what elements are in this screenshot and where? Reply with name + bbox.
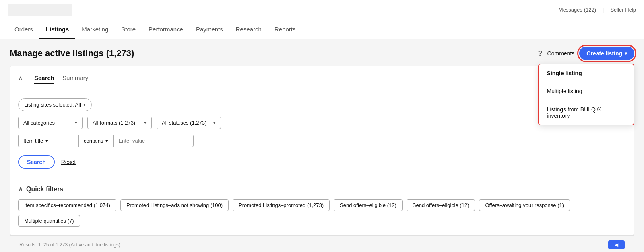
value-input[interactable]: [113, 135, 194, 147]
nav-item-store[interactable]: Store: [115, 20, 142, 39]
all-statuses-label: All statuses (1,273): [162, 120, 206, 126]
help-icon[interactable]: ?: [538, 49, 543, 58]
nav-item-research[interactable]: Research: [229, 20, 268, 39]
filter-tags-container: Item specifics–recommended (1,074) Promo…: [18, 199, 626, 227]
nav-item-marketing[interactable]: Marketing: [75, 20, 115, 39]
all-formats-dropdown[interactable]: All formats (1,273) ▾: [87, 117, 152, 129]
collapse-icon[interactable]: ∧: [18, 74, 23, 82]
pagination-button[interactable]: ◀: [608, 240, 625, 249]
filter-tag-1[interactable]: Promoted Listings–ads not showing (100): [120, 199, 229, 211]
listing-sites-dropdown[interactable]: Listing sites selected: All ▾: [18, 98, 92, 111]
tab-search[interactable]: Search: [34, 73, 54, 84]
reset-link[interactable]: Reset: [61, 159, 76, 165]
search-button[interactable]: Search: [18, 155, 55, 169]
tab-summary[interactable]: Summary: [62, 73, 88, 84]
create-listing-button[interactable]: Create listing ▾: [579, 47, 634, 60]
all-categories-label: All categories: [23, 120, 55, 126]
all-statuses-dropdown[interactable]: All statuses (1,273) ▾: [157, 117, 221, 129]
action-row: Search Reset: [18, 155, 626, 169]
logo: [8, 4, 72, 16]
item-title-dropdown[interactable]: Item title ▾: [18, 135, 78, 147]
page-header-actions: ? Comments Create listing ▾ Single listi…: [538, 47, 634, 60]
chevron-down-icon: ▾: [83, 102, 86, 107]
nav-item-orders[interactable]: Orders: [8, 20, 39, 39]
chevron-down-icon: ▾: [213, 120, 216, 125]
divider: |: [603, 7, 604, 13]
nav-bar: Orders Listings Marketing Store Performa…: [0, 20, 644, 39]
top-bar: Messages (122) | Seller Help: [0, 0, 644, 20]
contains-dropdown[interactable]: contains ▾: [78, 135, 113, 147]
create-listing-dropdown: Single listing Multiple listing Listings…: [538, 64, 634, 125]
quick-filters-collapse-icon[interactable]: ∧: [18, 185, 23, 193]
chevron-down-icon: ▾: [75, 120, 77, 125]
top-bar-right: Messages (122) | Seller Help: [559, 7, 636, 13]
item-title-row: Item title ▾ contains ▾: [18, 135, 626, 147]
filter-tag-4[interactable]: Send offers–eligible (12): [407, 199, 475, 211]
seller-help-link[interactable]: Seller Help: [610, 7, 636, 13]
item-title-label: Item title: [23, 138, 43, 144]
nav-item-listings[interactable]: Listings: [39, 20, 76, 39]
quick-filters-section: ∧ Quick filters Item specifics–recommend…: [10, 177, 634, 235]
all-formats-label: All formats (1,273): [93, 120, 135, 126]
chevron-down-icon: ▾: [105, 138, 108, 144]
chevron-down-icon: ▾: [625, 51, 627, 56]
all-categories-dropdown[interactable]: All categories ▾: [18, 117, 83, 129]
filter-tag-3[interactable]: Send offers–eligible (12): [334, 199, 402, 211]
filter-tag-5[interactable]: Offers–awaiting your response (1): [479, 199, 570, 211]
comments-link[interactable]: Comments: [547, 50, 575, 57]
page-title: Manage active listings (1,273): [10, 48, 134, 59]
quick-filters-title: Quick filters: [26, 186, 63, 193]
dropdown-multiple-listing[interactable]: Multiple listing: [539, 82, 634, 100]
footer-pagination: ◀: [608, 240, 625, 249]
nav-item-reports[interactable]: Reports: [268, 20, 302, 39]
quick-filters-header: ∧ Quick filters: [18, 185, 626, 193]
messages-link[interactable]: Messages (122): [559, 7, 596, 13]
chevron-down-icon: ▾: [144, 120, 147, 125]
filter-tag-0[interactable]: Item specifics–recommended (1,074): [18, 199, 116, 211]
footer-bar: Results: 1–25 of 1,273 (Active and due l…: [10, 235, 634, 252]
listing-sites-label: Listing sites selected: All: [24, 102, 81, 108]
nav-item-payments[interactable]: Payments: [190, 20, 229, 39]
chevron-down-icon: ▾: [45, 138, 48, 144]
filter-tag-6[interactable]: Multiple quantities (7): [18, 215, 80, 227]
contains-label: contains: [84, 138, 103, 144]
top-bar-left: [8, 4, 72, 16]
dropdown-bulq-listing[interactable]: Listings from BULQ ® inventory: [539, 100, 634, 125]
page-header: Manage active listings (1,273) ? Comment…: [0, 39, 644, 66]
dropdown-single-listing[interactable]: Single listing: [539, 64, 634, 82]
results-text: Results: 1–25 of 1,273 (Active and due l…: [19, 242, 120, 248]
create-listing-label: Create listing: [586, 50, 622, 57]
filter-dropdowns-row: All categories ▾ All formats (1,273) ▾ A…: [18, 117, 626, 129]
listing-sites-row: Listing sites selected: All ▾: [18, 98, 626, 111]
nav-item-performance[interactable]: Performance: [142, 20, 190, 39]
filter-tag-2[interactable]: Promoted Listings–promoted (1,273): [233, 199, 330, 211]
